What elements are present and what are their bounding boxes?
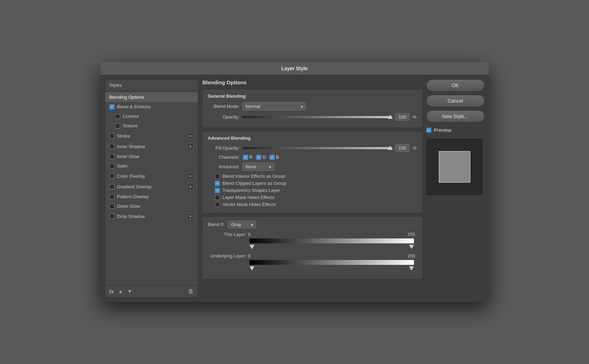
- sidebar-item-texture[interactable]: Texture: [105, 121, 198, 131]
- bevel-emboss-label: Bevel & Emboss: [117, 104, 151, 109]
- channels-row: Channels: R G B: [208, 154, 417, 160]
- sidebar-item-bevel-emboss[interactable]: Bevel & Emboss: [105, 102, 198, 111]
- knockout-row: Knockout: None Shallow Deep: [208, 163, 417, 171]
- blend-mode-select[interactable]: Normal Dissolve Multiply Screen Overlay: [242, 102, 306, 110]
- fill-opacity-input[interactable]: [395, 144, 410, 152]
- sidebar-item-inner-shadow[interactable]: Inner Shadow +: [105, 141, 198, 152]
- right-panel: OK Cancel New Style... Preview: [426, 79, 485, 298]
- blend-mode-label: Blend Mode:: [208, 104, 240, 109]
- this-layer-thumbs-row: [208, 244, 417, 249]
- sidebar-item-gradient-overlay[interactable]: Gradient Overlay +: [105, 181, 198, 192]
- opacity-slider-track[interactable]: [242, 116, 392, 118]
- ok-button[interactable]: OK: [426, 79, 485, 91]
- drop-shadow-add-button[interactable]: +: [187, 213, 194, 219]
- vector-mask-label: Vector Mask Hides Effects: [223, 202, 276, 207]
- blend-clipped-item[interactable]: Blend Clipped Layers as Group: [215, 181, 417, 186]
- fill-opacity-track[interactable]: [242, 147, 392, 149]
- this-layer-values: 0 255: [247, 232, 417, 237]
- blend-interior-checkbox[interactable]: [215, 174, 220, 179]
- opacity-row: Opacity: %: [208, 113, 417, 121]
- underlying-layer-thumb-right[interactable]: [409, 266, 414, 271]
- blend-mode-select-wrapper[interactable]: Normal Dissolve Multiply Screen Overlay: [242, 102, 306, 110]
- contour-checkbox[interactable]: [115, 114, 120, 119]
- channel-g-label: G: [263, 154, 266, 160]
- preview-box: [426, 139, 483, 195]
- delete-button[interactable]: 🗑: [188, 288, 194, 295]
- gradient-overlay-add-button[interactable]: +: [187, 183, 194, 190]
- fill-opacity-thumb[interactable]: [388, 146, 393, 150]
- opacity-label: Opacity:: [208, 114, 240, 120]
- blend-interior-label: Blend Interior Effects as Group: [223, 174, 286, 179]
- sidebar-item-inner-glow[interactable]: Inner Glow: [105, 152, 198, 161]
- sidebar-item-satin[interactable]: Satin: [105, 161, 198, 171]
- preview-checkbox[interactable]: [426, 128, 431, 133]
- blend-clipped-checkbox[interactable]: [215, 181, 220, 186]
- fill-opacity-unit: %: [413, 145, 417, 151]
- sidebar-item-blending-options[interactable]: Blending Options: [105, 92, 198, 102]
- outer-glow-checkbox[interactable]: [109, 204, 114, 209]
- sidebar-item-pattern-overlay[interactable]: Pattern Overlay: [105, 192, 198, 201]
- move-down-button[interactable]: ▼: [127, 289, 132, 294]
- sidebar-item-stroke[interactable]: Stroke +: [105, 131, 198, 141]
- blend-interior-item[interactable]: Blend Interior Effects as Group: [215, 174, 417, 179]
- bevel-emboss-checkbox[interactable]: [109, 104, 114, 109]
- this-layer-slider-track[interactable]: [250, 238, 414, 243]
- opacity-slider-container: %: [242, 113, 417, 121]
- blend-if-select-wrapper[interactable]: Gray Red Green Blue: [228, 221, 256, 228]
- inner-shadow-checkbox[interactable]: [109, 144, 114, 149]
- pattern-overlay-checkbox[interactable]: [109, 194, 114, 199]
- stroke-add-button[interactable]: +: [187, 133, 194, 139]
- preview-label: Preview: [434, 127, 452, 133]
- blend-if-label: Blend If:: [208, 222, 225, 227]
- color-overlay-add-button[interactable]: +: [187, 173, 194, 179]
- color-overlay-checkbox[interactable]: [109, 174, 114, 178]
- drop-shadow-checkbox[interactable]: [109, 214, 114, 219]
- channel-r-label: R: [250, 154, 253, 160]
- layer-mask-item[interactable]: Layer Mask Hides Effects: [215, 195, 417, 200]
- transparency-checkbox[interactable]: [215, 188, 220, 193]
- satin-label: Satin: [117, 163, 128, 169]
- channel-b[interactable]: B: [270, 154, 279, 160]
- layer-mask-checkbox[interactable]: [215, 195, 220, 200]
- this-layer-container: This Layer: 0 255: [208, 232, 417, 249]
- opacity-slider-thumb[interactable]: [388, 115, 393, 119]
- channel-g-checkbox[interactable]: [256, 155, 261, 160]
- knockout-select[interactable]: None Shallow Deep: [242, 163, 274, 171]
- texture-checkbox[interactable]: [115, 123, 120, 128]
- underlying-layer-slider-track[interactable]: [250, 260, 414, 265]
- drop-shadow-label: Drop Shadow: [117, 214, 145, 219]
- channel-b-checkbox[interactable]: [270, 155, 275, 160]
- blend-if-section: Blend If: Gray Red Green Blue This Layer…: [202, 216, 423, 279]
- vector-mask-checkbox[interactable]: [215, 202, 220, 207]
- sidebar-item-drop-shadow[interactable]: Drop Shadow +: [105, 211, 198, 222]
- cancel-button[interactable]: Cancel: [426, 95, 485, 107]
- channel-r-checkbox[interactable]: [243, 155, 248, 160]
- opacity-unit: %: [413, 114, 417, 120]
- underlying-layer-thumbs-row: [208, 266, 417, 271]
- new-style-button[interactable]: New Style...: [426, 110, 485, 122]
- underlying-layer-thumb-left[interactable]: [250, 266, 254, 271]
- blend-if-select[interactable]: Gray Red Green Blue: [228, 221, 256, 228]
- inner-glow-checkbox[interactable]: [109, 154, 114, 159]
- knockout-label: Knockout:: [208, 164, 240, 169]
- transparency-item[interactable]: Transparency Shapes Layer: [215, 188, 417, 193]
- gradient-overlay-checkbox[interactable]: [109, 184, 114, 189]
- sidebar-item-color-overlay[interactable]: Color Overlay +: [105, 171, 198, 181]
- move-up-button[interactable]: ▲: [118, 289, 123, 294]
- preview-inner: [439, 151, 470, 183]
- vector-mask-item[interactable]: Vector Mask Hides Effects: [215, 202, 417, 207]
- this-layer-thumb-left[interactable]: [250, 245, 254, 249]
- style-list: Blending Options Bevel & Emboss Contour …: [105, 91, 198, 285]
- texture-label: Texture: [123, 123, 138, 128]
- middle-panel: Blending Options General Blending Blend …: [202, 79, 423, 298]
- this-layer-thumb-right[interactable]: [409, 245, 414, 249]
- channel-g[interactable]: G: [256, 154, 266, 160]
- satin-checkbox[interactable]: [109, 164, 114, 169]
- opacity-input[interactable]: [395, 113, 410, 121]
- stroke-checkbox[interactable]: [109, 133, 114, 138]
- sidebar-item-outer-glow[interactable]: Outer Glow: [105, 201, 198, 211]
- inner-shadow-add-button[interactable]: +: [187, 143, 194, 150]
- knockout-select-wrapper[interactable]: None Shallow Deep: [242, 163, 274, 171]
- sidebar-item-contour[interactable]: Contour: [105, 111, 198, 121]
- channel-r[interactable]: R: [243, 154, 253, 160]
